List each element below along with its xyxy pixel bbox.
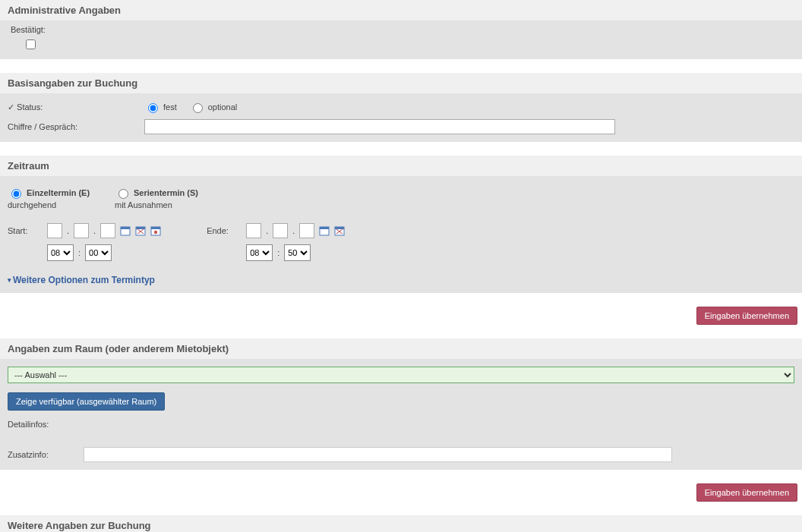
section-heading-further: Weitere Angaben zur Buchung — [0, 515, 802, 532]
dot: . — [266, 226, 268, 235]
chiffre-label: Chiffre / Gespräch: — [8, 122, 144, 131]
termtype-single-label: Einzeltermin (E) — [27, 188, 90, 197]
status-radio-fest-label: fest — [163, 102, 177, 112]
confirmed-checkbox[interactable] — [26, 39, 36, 49]
dot: . — [67, 226, 69, 235]
svg-rect-12 — [335, 227, 344, 229]
room-select[interactable]: --- Auswahl --- — [8, 367, 794, 383]
start-month-input[interactable] — [74, 223, 89, 238]
end-minute-select[interactable]: 50 — [284, 244, 311, 261]
termtype-radio-series[interactable] — [118, 189, 128, 199]
status-radio-fest[interactable] — [148, 103, 158, 113]
section-heading-admin: Administrative Angaben — [0, 0, 802, 20]
start-hour-select[interactable]: 08 — [47, 244, 74, 261]
svg-point-8 — [154, 231, 157, 234]
more-termtype-options-link[interactable]: ▾ Weitere Optionen zum Termintyp — [8, 275, 155, 285]
svg-rect-10 — [320, 227, 329, 229]
section-body-timerange: Einzeltermin (E) durchgehend Serientermi… — [0, 176, 802, 293]
termtype-single-hint: durchgehend — [8, 200, 103, 209]
start-day-input[interactable] — [47, 223, 62, 238]
start-label: Start: — [8, 226, 43, 235]
svg-rect-7 — [151, 227, 160, 229]
more-termtype-options-label: Weitere Optionen zum Termintyp — [13, 275, 155, 285]
end-month-input[interactable] — [273, 223, 288, 238]
status-radio-optional-label: optional — [208, 102, 238, 112]
colon: : — [78, 248, 81, 257]
show-available-button[interactable]: Zeige verfügbar (ausgewählter Raum) — [8, 392, 165, 411]
calendar-icon[interactable] — [319, 225, 330, 236]
calendar-icon[interactable] — [120, 225, 131, 236]
date-clear-icon[interactable] — [334, 225, 345, 236]
apply-button[interactable]: Eingaben übernehmen — [696, 307, 797, 325]
zusatzinfo-input[interactable] — [84, 447, 672, 462]
section-body-basics: ✓ Status: fest optional Chiffre / Gesprä… — [0, 93, 802, 142]
zusatzinfo-label: Zusatzinfo: — [8, 450, 76, 459]
section-body-room: --- Auswahl --- Zeige verfügbar (ausgewä… — [0, 359, 802, 470]
svg-rect-3 — [136, 227, 145, 229]
apply-button[interactable]: Eingaben übernehmen — [696, 483, 797, 502]
termtype-radio-single[interactable] — [11, 189, 21, 199]
end-label: Ende: — [207, 226, 242, 235]
chiffre-input[interactable] — [144, 119, 615, 134]
date-today-icon[interactable] — [150, 225, 161, 236]
status-radio-optional[interactable] — [193, 103, 203, 113]
dot: . — [292, 226, 295, 235]
termtype-series-label: Serientermin (S) — [134, 188, 198, 197]
chevron-down-icon: ▾ — [8, 276, 11, 284]
start-year-input[interactable] — [100, 223, 115, 238]
end-hour-select[interactable]: 08 — [246, 244, 273, 261]
date-clear-icon[interactable] — [135, 225, 146, 236]
end-day-input[interactable] — [246, 223, 261, 238]
termtype-series-hint: mit Ausnahmen — [115, 200, 198, 209]
colon: : — [277, 248, 279, 257]
status-label: ✓ Status: — [8, 102, 144, 112]
start-minute-select[interactable]: 00 — [85, 244, 112, 261]
section-heading-timerange: Zeitraum — [0, 156, 802, 176]
detailinfo-label: Detailinfos: — [8, 420, 794, 429]
svg-rect-1 — [121, 227, 130, 229]
section-heading-basics: Basisangaben zur Buchung — [0, 73, 802, 93]
confirmed-label: Bestätigt: — [11, 25, 794, 34]
end-year-input[interactable] — [299, 223, 314, 238]
dot: . — [93, 226, 96, 235]
section-body-admin: Bestätigt: — [0, 20, 802, 59]
section-heading-room: Angaben zum Raum (oder anderem Mietobjek… — [0, 338, 802, 359]
